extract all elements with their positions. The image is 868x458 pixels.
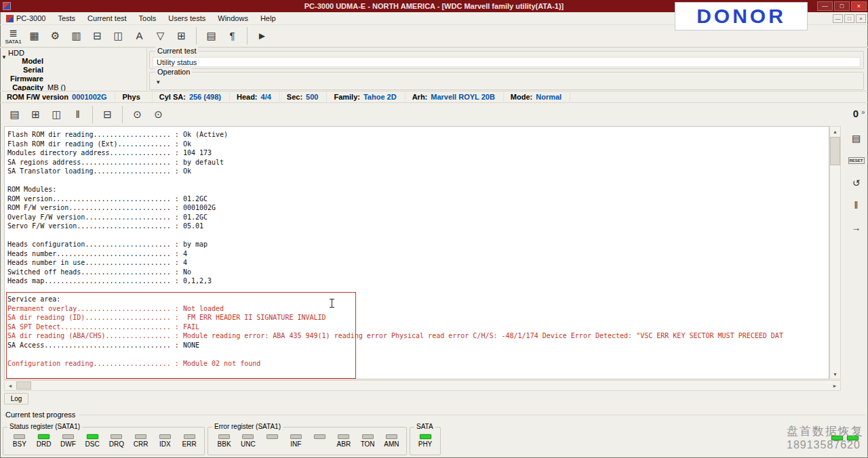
scroll-left-icon[interactable]: ◄ (5, 381, 16, 390)
log-output-area[interactable]: Flash ROM dir reading...................… (4, 126, 829, 379)
script-icon: ¶ (229, 30, 235, 41)
info-segment-arh: Arh:Marvell ROYL 20B (412, 92, 504, 102)
log-line: Heads map...............................… (7, 276, 783, 286)
mdi-close-button[interactable]: × (856, 14, 866, 23)
led-bsy: BSY (7, 434, 32, 448)
gears-button[interactable]: ⚙ (45, 26, 66, 46)
scroll-up-icon[interactable]: ▲ (830, 127, 840, 136)
copy-log-button[interactable]: ⊟ (97, 104, 118, 125)
toolbar-separator (196, 27, 197, 45)
run-test-button[interactable]: ► (252, 26, 273, 46)
terminal-button[interactable]: ▤ (848, 130, 865, 146)
led-lamp (14, 434, 25, 439)
terminal-icon: ▤ (852, 133, 861, 144)
memory-chip-button[interactable]: ▥ (66, 26, 87, 46)
recalibrate-button[interactable]: ↺ (848, 175, 865, 191)
menu-item-tools[interactable]: Tools (133, 13, 163, 24)
operation-group-label: Operation (155, 68, 192, 76)
led-dsc: DSC (80, 434, 104, 448)
close-button[interactable]: × (851, 1, 867, 11)
led-lamp (420, 434, 431, 439)
menu-item-label: Tests (58, 14, 75, 22)
disk-image-button[interactable]: ◫ (108, 26, 129, 46)
save-log-button[interactable]: ◫ (46, 104, 67, 125)
pcb-board-button[interactable]: ▦ (24, 26, 45, 46)
log-line: SA dir reading (ABA/CHS)................… (7, 331, 783, 341)
power-sequence-button[interactable]: → (848, 220, 865, 236)
scroll-down-icon[interactable]: ▼ (830, 369, 840, 379)
pause-icon: ‖ (854, 200, 859, 211)
sata1-port-icon: ≣ (9, 28, 18, 39)
text-tool-button[interactable]: A (129, 26, 150, 46)
led-lamp (362, 434, 374, 439)
toolbar-separator (247, 27, 248, 45)
funnel-filter-icon: ▽ (157, 30, 165, 41)
info-value: Marvell ROYL 20B (431, 93, 495, 101)
info-segment-head: Head:4/4 (237, 92, 280, 102)
sata-register-title: SATA (414, 423, 435, 430)
info-value: 500 (306, 93, 318, 101)
scroll-right-icon[interactable]: ► (829, 381, 840, 390)
toolbar-overflow-icon[interactable]: » (861, 108, 865, 116)
menu-item-label: Current test (87, 14, 126, 22)
led-ton: TON (356, 434, 380, 448)
info-bar: ROM F/W version0001002GPhysCyl SA:256 (4… (0, 91, 868, 103)
panel-splitter[interactable] (146, 47, 147, 91)
watermark-line2: 18913587620 (787, 439, 864, 451)
vertical-scroll-thumb[interactable] (830, 137, 840, 165)
mdi-restore-button[interactable]: □ (844, 14, 854, 23)
script-button[interactable]: ¶ (222, 26, 243, 46)
funnel-filter-button[interactable]: ▽ (150, 26, 171, 46)
menu-item-label: Help (260, 14, 276, 22)
led-inf: INF (284, 434, 308, 448)
sector-grid-button[interactable]: ⊞ (171, 26, 192, 46)
led-label: BBK (218, 440, 231, 448)
find-next-icon: ⊙ (154, 109, 163, 120)
report-save-button[interactable]: ⊞ (25, 104, 46, 125)
led-unc: UNC (236, 434, 260, 448)
log-line: Configuration reading...................… (7, 359, 783, 369)
status-register-group: Status register (SATA1) BSYDRDDWFDSCDRQC… (3, 427, 205, 455)
log-horizontal-scrollbar[interactable]: ◄ ► (4, 380, 841, 391)
pause-log-button[interactable]: ‖ (67, 104, 88, 125)
menu-item-pc-3000[interactable]: PC-3000 (0, 13, 52, 24)
menu-item-help[interactable]: Help (254, 13, 282, 24)
hdd-field-suffix: MB () (47, 83, 66, 91)
led-label: IDX (159, 440, 171, 448)
led-drq: DRQ (104, 434, 129, 448)
led-label: ABR (337, 440, 351, 448)
info-segment-family: Family:Tahoe 2D (334, 92, 405, 102)
horizontal-scroll-thumb[interactable] (16, 381, 31, 390)
menu-item-windows[interactable]: Windows (212, 13, 254, 24)
operation-dropdown-icon[interactable]: ▾ (157, 79, 160, 85)
menu-item-current-test[interactable]: Current test (81, 13, 132, 24)
report-open-button[interactable]: ▤ (4, 104, 25, 125)
menu-item-tests[interactable]: Tests (52, 13, 81, 24)
toolbar-item-label: SATA1 (5, 39, 21, 45)
run-test-icon: ► (257, 30, 267, 41)
watermark: 盘首数据恢复 18913587620 (787, 423, 864, 451)
save-log-icon: ◫ (52, 109, 61, 120)
donor-label: DONOR (696, 5, 786, 28)
menu-item-users-tests[interactable]: Users tests (162, 13, 212, 24)
maximize-button[interactable]: □ (834, 1, 850, 11)
power-0-button[interactable]: 0 (849, 106, 863, 121)
sata1-port-button[interactable]: ≣SATA1 (3, 26, 24, 46)
file-copy-button[interactable]: ⊟ (87, 26, 108, 46)
pause-button[interactable]: ‖ (848, 197, 865, 213)
hdd-row-firmware: Firmware (0, 74, 66, 83)
find-next-button[interactable]: ⊙ (148, 104, 169, 125)
tab-log[interactable]: Log (4, 393, 28, 404)
copy-pages-button[interactable]: ▤ (201, 26, 222, 46)
mdi-minimize-button[interactable]: — (833, 14, 843, 23)
find-button[interactable]: ⊙ (127, 104, 148, 125)
led-amn: AMN (380, 434, 403, 448)
minimize-button[interactable]: — (817, 1, 833, 11)
reset-button[interactable]: RESET (848, 152, 865, 169)
log-line: Heads configuration.....................… (7, 240, 783, 249)
led-abr: ABR (332, 434, 355, 448)
info-value: 4/4 (261, 93, 271, 101)
led-label: PHY (418, 440, 433, 448)
hdd-field-label: Model (0, 57, 43, 65)
info-label: Arh: (412, 93, 428, 101)
